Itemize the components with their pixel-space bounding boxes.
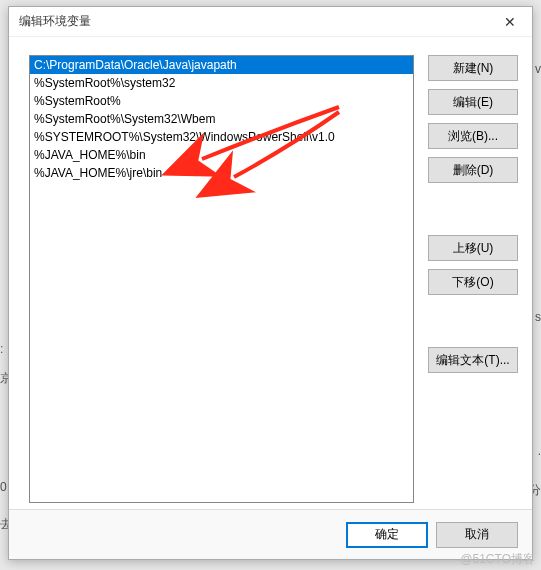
bg-text-fragment: . bbox=[538, 444, 541, 458]
ok-button[interactable]: 确定 bbox=[346, 522, 428, 548]
path-entry[interactable]: %SystemRoot% bbox=[30, 92, 413, 110]
cancel-button[interactable]: 取消 bbox=[436, 522, 518, 548]
move-up-button[interactable]: 上移(U) bbox=[428, 235, 518, 261]
dialog-footer: 确定 取消 bbox=[9, 509, 532, 559]
delete-button[interactable]: 删除(D) bbox=[428, 157, 518, 183]
button-spacer bbox=[428, 191, 518, 227]
button-spacer bbox=[428, 303, 518, 339]
bg-text-fragment: 0 bbox=[0, 480, 7, 494]
bg-text-fragment: v bbox=[535, 62, 541, 76]
edit-button[interactable]: 编辑(E) bbox=[428, 89, 518, 115]
titlebar: 编辑环境变量 ✕ bbox=[9, 7, 532, 37]
dialog-body: C:\ProgramData\Oracle\Java\javapath%Syst… bbox=[9, 37, 532, 509]
path-entry[interactable]: %JAVA_HOME%\jre\bin bbox=[30, 164, 413, 182]
dialog-title: 编辑环境变量 bbox=[19, 13, 488, 30]
edit-env-var-dialog: 编辑环境变量 ✕ C:\ProgramData\Oracle\Java\java… bbox=[8, 6, 533, 560]
close-button[interactable]: ✕ bbox=[488, 7, 532, 37]
path-listbox[interactable]: C:\ProgramData\Oracle\Java\javapath%Syst… bbox=[29, 55, 414, 503]
move-down-button[interactable]: 下移(O) bbox=[428, 269, 518, 295]
path-entry[interactable]: %SYSTEMROOT%\System32\WindowsPowerShell\… bbox=[30, 128, 413, 146]
button-column: 新建(N) 编辑(E) 浏览(B)... 删除(D) 上移(U) 下移(O) 编… bbox=[428, 55, 518, 373]
bg-text-fragment: s bbox=[535, 310, 541, 324]
browse-button[interactable]: 浏览(B)... bbox=[428, 123, 518, 149]
new-button[interactable]: 新建(N) bbox=[428, 55, 518, 81]
path-entry[interactable]: %SystemRoot%\system32 bbox=[30, 74, 413, 92]
close-icon: ✕ bbox=[504, 14, 516, 30]
path-entry[interactable]: C:\ProgramData\Oracle\Java\javapath bbox=[30, 56, 413, 74]
edit-text-button[interactable]: 编辑文本(T)... bbox=[428, 347, 518, 373]
bg-text-fragment: : bbox=[0, 342, 3, 356]
path-entry[interactable]: %SystemRoot%\System32\Wbem bbox=[30, 110, 413, 128]
path-entry[interactable]: %JAVA_HOME%\bin bbox=[30, 146, 413, 164]
